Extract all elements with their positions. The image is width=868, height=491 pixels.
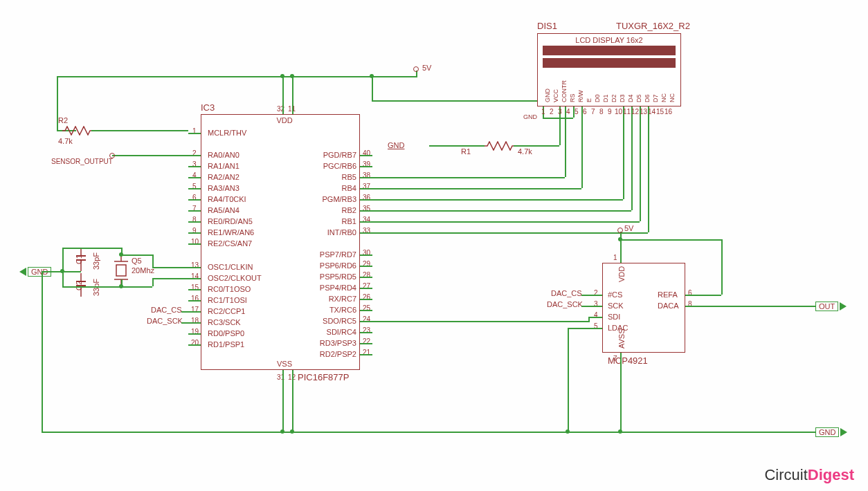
lcdn14: 14 [648,108,655,115]
lcdn3: 3 [558,108,562,115]
lcdpin-d7: D7 [652,94,659,102]
pin-rb1: RB1 [315,217,356,225]
pin-rd4: PSP4/RD4 [315,284,356,292]
pin-rc3: RC3/SCK [208,318,241,326]
pin-re2: RE2/CS/AN7 [208,239,252,248]
pin-osc1: OSC1/CLKIN [208,263,253,271]
pin-rd7: PSP7/RD7 [315,250,356,259]
lcdpin-d2: D2 [611,94,617,102]
r2-name: R2 [58,116,68,124]
ic3-ref: IC3 [201,102,215,113]
lcd-part: TUXGR_16X2_R2 [616,21,690,31]
lcdpin-d4: D4 [627,94,634,102]
label-5v-top: 5V [422,64,431,72]
lcdn12: 12 [631,108,639,115]
lcd-title: LCD DISPLAY 16x2 [537,36,681,44]
pin-rb0: INT/RB0 [315,228,356,237]
r1 [485,141,514,151]
lcdn16: 16 [664,108,672,115]
pin-re1: RE1/WR/AN6 [208,228,254,237]
lcdn13: 13 [640,108,647,115]
c2-name: C2 [75,281,83,290]
dac-cs-left: DAC_CS [151,306,182,314]
pin-rc0: RC0/T1OSO [208,285,251,293]
dac-cs: #CS [608,290,622,299]
pin-rc1: RC1/T1OSI [208,296,247,304]
pin-rb7: PGD/RB7 [315,151,356,159]
dacn7: 7 [613,355,617,362]
pin-ra0: RA0/AN0 [208,151,239,159]
lcd-row1 [543,46,676,55]
lcdpin-rs: RS [569,93,576,102]
pin-rc2: RC2/CCP1 [208,307,245,315]
pin-rc4: SDI/RC4 [315,328,356,336]
lcdpin-contr: CONTR [561,80,568,102]
pin-ra4: RA4/T0CKI [208,195,246,203]
dac-refa: REFA [658,290,678,299]
pin-rd0: RD0/PSP0 [208,329,244,337]
lcdn11: 11 [623,108,631,115]
lcdpin-d3: D3 [619,94,626,102]
pin-osc2: OSC2/CLKOUT [208,274,262,282]
label-5v-dac: 5V [624,224,633,232]
lcdn15: 15 [656,108,664,115]
watermark: CircuitDigest [764,466,854,484]
pin-rd6: PSP6/RD6 [315,261,356,270]
pin-rb5: RB5 [315,173,356,181]
dacn1: 1 [613,254,617,261]
sensor-label: SENSOR_OUTPUT [51,158,113,165]
lcd-ref: DIS1 [537,21,557,31]
lcdpin-d5: D5 [635,94,642,102]
lcd-gnd-small: GND [523,113,537,120]
gnd-r1: GND [388,141,404,149]
q5-val: 20Mhz [132,266,154,275]
dac-daca: DACA [658,302,679,310]
r2-val: 4.7k [58,137,73,145]
svg-rect-10 [116,265,126,276]
dac-sck: SCK [608,302,624,310]
dac-sck-label: DAC_SCK [547,300,583,308]
lcdn2: 2 [550,108,554,115]
c1-name: C1 [75,254,83,264]
pin-rd2: RD2/PSP2 [315,350,356,358]
pin-rb6: PGC/RB6 [315,162,356,170]
pin-rd5: PSP5/RD5 [315,272,356,281]
lcdn7: 7 [591,108,595,115]
lcdn1: 1 [541,108,545,115]
lcdpin-d1: D1 [602,94,609,102]
dac-vdd: VDD [617,266,626,282]
pin-ra2: RA2/AN2 [208,173,239,181]
lcdpin-vcc: VCC [552,89,559,102]
lcdn4: 4 [566,108,570,115]
pin-re0: RE0/RD/AN5 [208,217,253,225]
ic3-vdd: VDD [276,116,292,124]
lcdpin-nc2: NC [669,93,676,102]
dac-sdi: SDI [608,313,620,321]
lcdpin-nc1: NC [660,93,667,102]
lcdn10: 10 [615,108,622,115]
schematic-canvas: { "power": { "v5": "5V" }, "netlabels": … [0,0,868,491]
r2 [62,126,91,136]
lcdpin-d6: D6 [644,94,651,102]
dac-cs-label: DAC_CS [551,289,582,297]
lcdpin-gnd: GND [544,89,551,102]
lcdn9: 9 [608,108,612,115]
lcdpin-d0: D0 [594,94,601,102]
lcdn8: 8 [599,108,604,115]
pin-rc5: SDO/RC5 [315,317,356,325]
gnd-flag-right: GND [815,427,847,437]
pin-rb3: PGM/RB3 [315,195,356,203]
ic3-vss: VSS [277,360,292,368]
pin-ra3: RA3/AN3 [208,184,239,192]
pin-ra1: RA1/AN1 [208,162,239,170]
pin-rc6: TX/RC6 [315,306,356,314]
pin-rc7: RX/RC7 [315,295,356,303]
r1-name: R1 [461,147,471,156]
sensor-terminal [109,153,115,158]
dac-sck-left: DAC_SCK [147,317,183,325]
q5-name: Q5 [132,257,142,265]
pin-ra5: RA5/AN4 [208,206,239,214]
ic3-part: PIC16F877P [298,372,349,382]
c1-val: 33pF [92,252,100,270]
lcdn6: 6 [583,108,587,115]
